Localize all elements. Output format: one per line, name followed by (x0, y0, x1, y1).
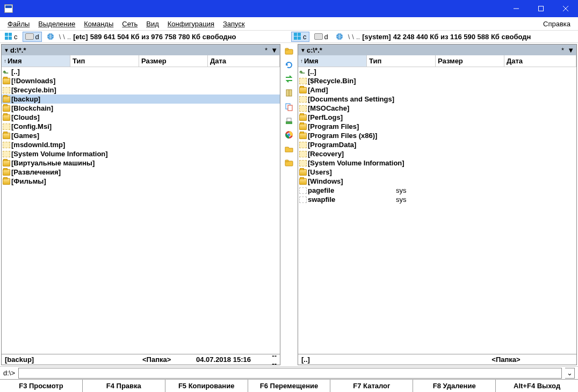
list-item[interactable]: ⬑[..] (2, 67, 280, 76)
list-item[interactable]: [Clouds] (2, 113, 280, 122)
list-item[interactable]: [MSOCache] (298, 104, 576, 113)
list-item[interactable]: [msdownld.tmp] (2, 140, 280, 149)
list-item[interactable]: [Documents and Settings] (298, 95, 576, 104)
list-item[interactable]: pagefilesys (298, 186, 576, 195)
drive-network-left[interactable] (44, 32, 57, 41)
list-item[interactable]: [Фильмы] (2, 177, 280, 186)
right-column-headers: ↑Имя Тип Размер Дата (298, 55, 576, 67)
list-item[interactable]: [ProgramData] (298, 140, 576, 149)
list-item[interactable]: [Program Files (x86)] (298, 131, 576, 140)
list-item[interactable]: [$recycle.bin] (2, 85, 280, 95)
tool-folder-open-icon[interactable] (284, 144, 294, 154)
drive-c-left[interactable]: c (2, 32, 20, 42)
list-item[interactable]: [Blockchain] (2, 104, 280, 113)
list-item[interactable]: [System Volume Information] (298, 158, 576, 168)
list-item[interactable]: [Games] (2, 131, 280, 140)
fkey-f7[interactable]: F7 Каталог (330, 380, 413, 392)
drive-d-right[interactable]: d (312, 32, 331, 42)
list-item[interactable]: [backup] (2, 95, 280, 104)
menu-view[interactable]: Вид (142, 19, 163, 29)
fkey-f5[interactable]: F5 Копирование (165, 380, 248, 392)
drive-backslash[interactable]: \ (59, 33, 61, 41)
list-item[interactable]: ⬑[..] (298, 67, 576, 76)
drive-backslash[interactable]: \ (348, 33, 350, 41)
drive-d-left[interactable]: d (23, 32, 42, 42)
status-attr: ---- (271, 352, 277, 368)
list-item[interactable]: [Recovery] (298, 149, 576, 158)
status-size: <Папка> (463, 355, 549, 364)
menu-net[interactable]: Сеть (118, 19, 142, 29)
fkey-f6[interactable]: F6 Перемещение (248, 380, 331, 392)
tool-archive-icon[interactable] (284, 88, 294, 98)
menu-files[interactable]: Файлы (3, 19, 34, 29)
tool-copy-icon[interactable] (284, 102, 294, 112)
hidden-folder-icon (299, 105, 307, 112)
chevron-down-icon[interactable]: ▼ (271, 46, 278, 54)
cmd-history-dropdown[interactable]: ⌄ (565, 368, 575, 379)
minimize-button[interactable] (504, 0, 529, 17)
list-item[interactable]: [$Recycle.Bin] (298, 76, 576, 85)
drive-backslash[interactable]: \ (352, 33, 354, 41)
fkey-f8[interactable]: F8 Удаление (413, 380, 496, 392)
path-star[interactable]: * (561, 46, 564, 54)
list-item[interactable]: [Amd] (298, 85, 576, 95)
list-item[interactable]: swapfilesys (298, 195, 576, 204)
header-name[interactable]: ↑Имя (298, 55, 367, 67)
folder-icon (299, 133, 307, 139)
left-file-list[interactable]: ⬑[..][!Downloads][$recycle.bin][backup][… (2, 67, 280, 354)
header-date[interactable]: Дата (504, 55, 576, 67)
maximize-button[interactable] (529, 0, 553, 17)
drive-backslash[interactable]: \ (63, 33, 65, 41)
right-file-list[interactable]: ⬑[..][$Recycle.Bin][Amd][Documents and S… (298, 67, 576, 354)
tool-settings-icon[interactable] (284, 116, 294, 126)
header-type[interactable]: Тип (367, 55, 436, 67)
list-item[interactable]: [Users] (298, 168, 576, 177)
list-item[interactable]: [PerfLogs] (298, 113, 576, 122)
network-icon (47, 33, 54, 40)
header-type[interactable]: Тип (70, 55, 139, 67)
drive-updir[interactable]: .. (67, 33, 71, 41)
tool-swap-icon[interactable] (284, 74, 294, 84)
list-item[interactable]: [Развлечения] (2, 168, 280, 177)
header-size[interactable]: Размер (436, 55, 504, 67)
left-path-bar[interactable]: ▼ d:\*.* * ▼ (2, 45, 280, 55)
drive-network-right[interactable] (333, 32, 346, 41)
tool-folder2-icon[interactable] (284, 158, 294, 168)
svg-rect-20 (286, 121, 292, 124)
drive-c-right[interactable]: c (291, 32, 309, 42)
header-name-label: Имя (8, 57, 22, 65)
drive-updir[interactable]: .. (356, 33, 360, 41)
menu-run[interactable]: Запуск (219, 19, 249, 29)
close-button[interactable] (553, 0, 578, 17)
menu-config[interactable]: Конфигурация (163, 19, 219, 29)
window-buttons (504, 0, 578, 17)
header-size[interactable]: Размер (139, 55, 208, 67)
drive-label: d (35, 33, 39, 41)
header-name[interactable]: ↑Имя (2, 55, 70, 67)
list-item[interactable]: [!Downloads] (2, 76, 280, 85)
menu-selection[interactable]: Выделение (34, 19, 80, 29)
header-date[interactable]: Дата (208, 55, 280, 67)
list-item[interactable]: [System Volume Information] (2, 149, 280, 158)
list-item[interactable]: [Windows] (298, 177, 576, 186)
list-item[interactable]: [Виртуальные машины] (2, 158, 280, 168)
tool-chrome-icon[interactable] (284, 130, 294, 140)
path-star[interactable]: * (265, 46, 268, 54)
chevron-down-icon[interactable]: ▼ (300, 47, 306, 53)
fkey-f3[interactable]: F3 Просмотр (0, 380, 83, 392)
list-item[interactable]: [Config.Msi] (2, 122, 280, 131)
menu-help[interactable]: Справка (539, 19, 575, 29)
tool-refresh-icon[interactable] (284, 60, 294, 70)
chevron-down-icon[interactable]: ▼ (4, 47, 9, 53)
menu-commands[interactable]: Команды (80, 19, 118, 29)
tool-folder-icon[interactable] (284, 46, 294, 56)
svg-rect-7 (9, 37, 12, 40)
list-item[interactable]: [Program Files] (298, 122, 576, 131)
cmd-input[interactable] (18, 368, 562, 379)
fkey-altf4[interactable]: Alt+F4 Выход (496, 380, 578, 392)
drive-volume-name: [etc] (73, 33, 88, 41)
chevron-down-icon[interactable]: ▼ (567, 46, 574, 54)
svg-rect-9 (294, 33, 297, 36)
right-path-bar[interactable]: ▼ c:\*.* * ▼ (298, 45, 576, 55)
fkey-f4[interactable]: F4 Правка (83, 380, 165, 392)
